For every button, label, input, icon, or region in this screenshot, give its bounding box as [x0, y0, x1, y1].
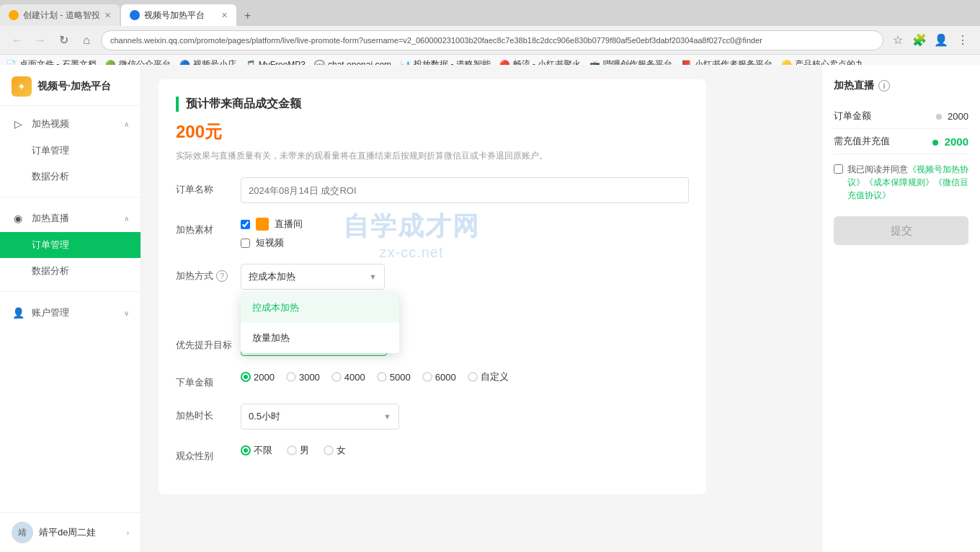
logo-icon: ✦ — [12, 76, 32, 97]
url-bar[interactable]: channels.weixin.qq.com/promote/pages/pla… — [101, 30, 883, 50]
agreement-checkbox[interactable] — [834, 164, 843, 174]
home-button[interactable]: ⌂ — [78, 32, 95, 49]
sidebar-divider-1 — [0, 197, 141, 197]
gender-option-all[interactable]: 不限 — [241, 444, 272, 457]
chevron-down-duration: ▼ — [383, 412, 391, 421]
material-option-video[interactable]: 短视频 — [241, 236, 689, 249]
material-checkbox-live[interactable] — [241, 220, 250, 229]
heating-method-info-icon[interactable]: ? — [216, 270, 228, 282]
browser-chrome: 创建计划 - 道略智投 ✕ 视频号加热平台 ✕ + ← → ↻ ⌂ channe… — [0, 0, 980, 65]
sidebar-item-account-left: 👤 账户管理 — [12, 306, 69, 319]
dropdown-item-cost[interactable]: 控成本加热 — [241, 293, 399, 323]
user-icon: 👤 — [12, 306, 24, 319]
duration-select[interactable]: 0.5小时 ▼ — [241, 404, 399, 429]
bookmark-star[interactable]: ☆ — [889, 32, 906, 49]
sidebar-sub-item-data-analysis-video[interactable]: 数据分析 — [0, 164, 141, 190]
radio-gender-male — [287, 445, 297, 455]
amount-label-custom: 自定义 — [481, 370, 509, 383]
sidebar-user[interactable]: 靖 靖平de周二娃 › — [0, 512, 141, 552]
duration-value: 0.5小时 — [249, 410, 280, 423]
tab-inactive[interactable]: 创建计划 - 道略智投 ✕ — [0, 4, 120, 26]
nav-actions: ☆ 🧩 👤 ⋮ — [889, 32, 971, 49]
tab-bar: 创建计划 - 道略智投 ✕ 视频号加热平台 ✕ + — [0, 0, 980, 26]
tab-favicon-orange — [9, 10, 19, 20]
link-cost-guarantee[interactable]: 《成本保障规则》 — [865, 177, 934, 187]
right-amount-charge-value: 2000 — [945, 135, 968, 148]
sidebar-item-heat-live[interactable]: ◉ 加热直播 ∧ — [0, 205, 141, 232]
gender-option-male[interactable]: 男 — [287, 444, 309, 457]
sidebar-sub-item-order-mgmt-live[interactable]: 订单管理 — [0, 232, 141, 258]
bullet-gray — [936, 114, 942, 120]
right-value-order: 2000 — [936, 111, 968, 122]
heating-method-label: 加热方式 ? — [176, 264, 241, 282]
amount-option-5000[interactable]: 5000 — [377, 372, 411, 383]
sidebar-sub-item-order-mgmt-video[interactable]: 订单管理 — [0, 138, 141, 164]
amount-option-3000[interactable]: 3000 — [286, 372, 320, 383]
circle-icon: ◉ — [12, 212, 24, 225]
tab-favicon-blue — [130, 10, 140, 20]
sidebar-item-heat-video[interactable]: ▷ 加热视频 ∧ — [0, 110, 141, 138]
amount-option-custom[interactable]: 自定义 — [468, 370, 509, 383]
right-panel: 加热直播 i 订单金额 2000 需充值并充值 2000 我已阅读并同意《视频号… — [821, 65, 980, 552]
right-value-charge: 2000 — [932, 135, 968, 148]
tab-active[interactable]: 视频号加热平台 ✕ — [121, 4, 236, 26]
right-label-order: 订单金额 — [834, 110, 871, 123]
material-option-live[interactable]: 直播间 — [241, 218, 689, 231]
amount-label-2000: 2000 — [254, 372, 275, 383]
right-panel-title: 加热直播 i — [834, 79, 968, 92]
amount-label-5000: 5000 — [390, 372, 411, 383]
nav-bar: ← → ↻ ⌂ channels.weixin.qq.com/promote/p… — [0, 26, 980, 55]
material-label: 加热素材 — [176, 218, 241, 236]
radio-gender-female — [324, 445, 334, 455]
sidebar: ✦ 视频号·加热平台 ▷ 加热视频 ∧ 订单管理 数据分析 ◉ — [0, 65, 141, 552]
right-row-order-amount: 订单金额 2000 — [834, 104, 968, 129]
sidebar-sub-item-data-analysis-live[interactable]: 数据分析 — [0, 258, 141, 284]
section-title: 预计带来商品成交金额 — [176, 97, 689, 112]
agreement-text: 我已阅读并同意《视频号加热协议》《成本保障规则》《微信豆充值协议》 — [847, 163, 968, 202]
refresh-button[interactable]: ↻ — [55, 32, 72, 49]
sidebar-label-heat-video: 加热视频 — [32, 117, 69, 130]
tab-close-inactive[interactable]: ✕ — [104, 11, 111, 20]
amount-option-4000[interactable]: 4000 — [331, 372, 365, 383]
amount-label-6000: 6000 — [435, 372, 456, 383]
gender-options: 不限 男 女 — [241, 444, 689, 457]
avatar: 靖 — [12, 522, 33, 543]
right-row-charge: 需充值并充值 2000 — [834, 129, 968, 154]
user-name: 靖平de周二娃 — [39, 526, 121, 539]
gender-label-female: 女 — [337, 444, 346, 457]
gender-label-all: 不限 — [254, 444, 272, 457]
menu-icon[interactable]: ⋮ — [954, 32, 971, 49]
chevron-up-video: ∧ — [124, 120, 129, 128]
sidebar-logo: ✦ 视频号·加热平台 — [0, 65, 141, 106]
form-row-heating-method: 加热方式 ? 控成本加热 ▼ 控成本加热 放量加热 — [176, 264, 689, 290]
order-name-input[interactable] — [241, 177, 689, 203]
amount-option-2000[interactable]: 2000 — [241, 372, 275, 383]
app-layout: ✦ 视频号·加热平台 ▷ 加热视频 ∧ 订单管理 数据分析 ◉ — [0, 65, 980, 552]
material-checkbox-video[interactable] — [241, 239, 250, 248]
price-display: 200元 — [176, 120, 689, 143]
gender-option-female[interactable]: 女 — [324, 444, 346, 457]
dropdown-item-volume[interactable]: 放量加热 — [241, 323, 399, 353]
forward-button[interactable]: → — [32, 32, 49, 49]
extension-icon[interactable]: 🧩 — [911, 32, 928, 49]
tab-close-active[interactable]: ✕ — [221, 11, 228, 20]
back-button[interactable]: ← — [9, 32, 26, 49]
new-tab-button[interactable]: + — [238, 6, 258, 26]
sidebar-item-account[interactable]: 👤 账户管理 ∨ — [0, 299, 141, 326]
radio-3000 — [286, 372, 296, 382]
material-label-video: 短视频 — [256, 236, 284, 249]
right-label-charge: 需充值并充值 — [834, 135, 890, 148]
sidebar-title: 视频号·加热平台 — [37, 80, 111, 93]
heating-method-select[interactable]: 控成本加热 ▼ — [241, 264, 385, 290]
account-icon[interactable]: 👤 — [932, 32, 950, 49]
form-row-amount: 下单金额 2000 3000 4000 — [176, 370, 689, 389]
form-card: 预计带来商品成交金额 200元 实际效果与直播质量有关，未带来的观看量将在直播结… — [159, 79, 706, 494]
form-row-material: 加热素材 直播间 短视频 — [176, 218, 689, 249]
submit-button[interactable]: 提交 — [834, 216, 968, 245]
bullet-green — [932, 140, 938, 146]
amount-option-6000[interactable]: 6000 — [422, 372, 456, 383]
radio-6000 — [422, 372, 432, 382]
sidebar-item-heat-video-left: ▷ 加热视频 — [12, 117, 69, 130]
amount-label-4000: 4000 — [344, 372, 365, 383]
right-panel-info-icon[interactable]: i — [878, 80, 890, 92]
